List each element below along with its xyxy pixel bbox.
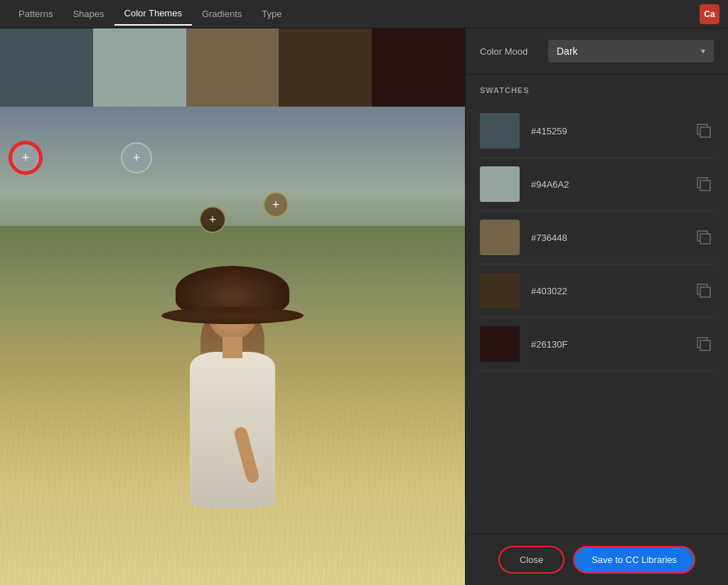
- add-library-icon-5: [696, 336, 712, 352]
- picker-plus-3: +: [209, 213, 217, 226]
- picker-dot-1[interactable]: +: [10, 142, 41, 173]
- svg-rect-7: [700, 287, 710, 297]
- svg-rect-3: [700, 181, 710, 190]
- color-mood-value: Dark: [557, 45, 578, 57]
- swatch-bar-5[interactable]: [372, 28, 465, 107]
- add-to-library-4[interactable]: [694, 281, 714, 301]
- photo-container: [0, 107, 465, 585]
- picker-dot-4[interactable]: +: [263, 192, 289, 218]
- picker-plus-4: +: [272, 198, 280, 211]
- top-nav: Patterns Shapes Color Themes Gradients T…: [0, 0, 728, 28]
- swatch-row-2: #94A6A2: [480, 158, 714, 211]
- svg-rect-9: [700, 340, 710, 350]
- right-panel: Color Mood Dark ▾ SWATCHES #415259: [465, 28, 728, 585]
- swatch-hex-5: #26130F: [531, 339, 682, 350]
- tab-shapes[interactable]: Shapes: [63, 3, 114, 25]
- add-library-icon-4: [696, 283, 712, 299]
- add-to-library-3[interactable]: [694, 227, 714, 247]
- swatch-color-2[interactable]: [480, 166, 520, 202]
- body: [190, 352, 275, 508]
- left-panel: + + + +: [0, 28, 465, 585]
- swatch-color-5[interactable]: [480, 326, 520, 362]
- picker-dot-3[interactable]: +: [199, 206, 226, 233]
- save-to-cc-libraries-button[interactable]: Save to CC Libraries: [573, 546, 695, 574]
- color-mood-section: Color Mood Dark ▾: [466, 28, 728, 75]
- add-to-library-2[interactable]: [694, 174, 714, 194]
- hat-brim: [161, 307, 304, 324]
- swatch-hex-2: #94A6A2: [531, 179, 682, 190]
- tab-patterns[interactable]: Patterns: [9, 3, 63, 25]
- figure-body: [154, 262, 311, 561]
- swatch-row-3: #736448: [480, 211, 714, 264]
- close-button[interactable]: Close: [498, 546, 564, 574]
- swatch-color-1[interactable]: [480, 113, 520, 149]
- swatch-row-4: #403022: [480, 264, 714, 318]
- swatch-bar-1[interactable]: [0, 28, 93, 107]
- bottom-buttons: Close Save to CC Libraries: [466, 534, 728, 585]
- swatch-row-1: #415259: [480, 104, 714, 158]
- swatch-color-4[interactable]: [480, 273, 520, 308]
- svg-rect-5: [700, 234, 710, 244]
- dropdown-arrow-icon: ▾: [701, 46, 705, 56]
- add-library-icon-3: [696, 230, 712, 245]
- tab-gradients[interactable]: Gradients: [192, 3, 252, 25]
- svg-rect-1: [700, 127, 710, 137]
- swatches-title: SWATCHES: [480, 86, 714, 95]
- swatch-hex-4: #403022: [531, 286, 682, 296]
- tab-type[interactable]: Type: [252, 3, 291, 25]
- image-area: + + + +: [0, 107, 465, 585]
- picker-plus-1: +: [22, 151, 30, 164]
- swatch-hex-3: #736448: [531, 232, 682, 243]
- add-to-library-5[interactable]: [694, 334, 714, 354]
- add-library-icon-2: [696, 176, 712, 192]
- add-to-library-1[interactable]: [694, 121, 714, 141]
- color-swatches-bar: [0, 28, 465, 107]
- add-library-icon-1: [696, 123, 712, 139]
- swatch-bar-2[interactable]: [93, 28, 186, 107]
- picker-dot-2[interactable]: +: [121, 142, 152, 173]
- color-mood-dropdown[interactable]: Dark ▾: [548, 40, 714, 63]
- swatch-hex-1: #415259: [531, 126, 682, 136]
- color-mood-label: Color Mood: [480, 46, 537, 57]
- main-content: + + + + Color Mood Dark ▾ SWATCHES: [0, 28, 728, 585]
- tab-color-themes[interactable]: Color Themes: [114, 2, 192, 26]
- swatches-section: SWATCHES #415259 #94A6A2: [466, 75, 728, 534]
- neck: [223, 337, 242, 358]
- user-avatar[interactable]: Ca: [700, 4, 719, 24]
- swatch-bar-3[interactable]: [186, 28, 279, 107]
- swatch-bar-4[interactable]: [279, 28, 372, 107]
- picker-plus-2: +: [133, 151, 141, 164]
- swatch-color-3[interactable]: [480, 220, 520, 255]
- swatch-row-5: #26130F: [480, 318, 714, 371]
